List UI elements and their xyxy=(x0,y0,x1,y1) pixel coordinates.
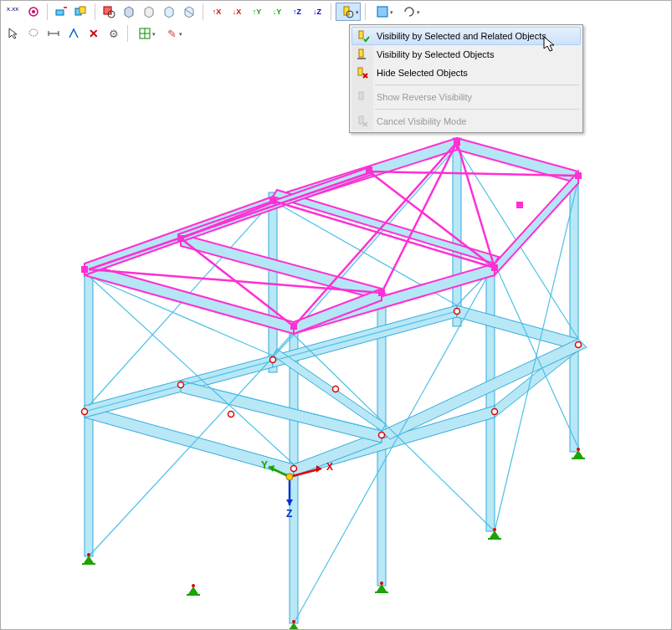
svg-rect-18 xyxy=(359,31,363,38)
supports xyxy=(82,407,585,630)
svg-rect-32 xyxy=(453,138,461,326)
svg-line-71 xyxy=(181,201,277,238)
delete-button[interactable]: ✕ xyxy=(85,24,103,43)
menu-item-cancel-visibility: Cancel Visibility Mode xyxy=(351,112,581,131)
axis-x-label: X xyxy=(326,461,333,473)
box4-button[interactable] xyxy=(180,3,198,21)
axis-neg-y-button[interactable]: ↓Y xyxy=(268,3,286,21)
menu-separator xyxy=(375,109,579,110)
svg-rect-2 xyxy=(56,10,64,15)
svg-line-47 xyxy=(89,335,294,556)
pointer-button[interactable] xyxy=(4,24,23,43)
svg-rect-20 xyxy=(357,58,366,59)
visualize-button[interactable] xyxy=(24,3,43,21)
menu-item-label: Visibility by Selected and Related Objec… xyxy=(377,31,546,41)
model-viewport[interactable]: X Y Z xyxy=(1,46,671,629)
axis-z-button[interactable]: ↑Z xyxy=(288,3,306,21)
menu-separator xyxy=(375,85,579,85)
units-xxx-button[interactable]: x.xx xyxy=(4,3,23,21)
svg-line-48 xyxy=(294,335,495,531)
svg-marker-44 xyxy=(181,381,382,443)
svg-point-1 xyxy=(32,10,35,13)
svg-rect-23 xyxy=(359,116,363,124)
svg-rect-22 xyxy=(359,92,363,100)
menu-item-label: Cancel Visibility Mode xyxy=(377,116,466,126)
separator xyxy=(331,3,331,20)
model-check-button[interactable] xyxy=(100,3,118,21)
separator xyxy=(203,3,203,20)
svg-marker-65 xyxy=(495,172,578,275)
svg-point-80 xyxy=(87,553,90,556)
microscope-check-icon xyxy=(357,30,370,44)
svg-marker-67 xyxy=(273,190,499,264)
svg-point-83 xyxy=(493,528,496,531)
svg-rect-4 xyxy=(80,7,85,13)
box2-button[interactable] xyxy=(140,3,158,21)
mirror-button[interactable] xyxy=(64,24,83,43)
microscope-rev-icon xyxy=(356,90,369,104)
svg-point-82 xyxy=(380,581,383,585)
menu-item-label: Show Reverse Visibility xyxy=(377,92,472,102)
svg-rect-21 xyxy=(358,68,362,75)
axis-neg-z-button[interactable]: ↓Z xyxy=(308,3,326,21)
svg-rect-10 xyxy=(377,7,387,17)
axis-y-label: Y xyxy=(261,459,268,471)
separator xyxy=(95,3,95,20)
pen-dropdown-button[interactable]: ✎ xyxy=(159,24,184,43)
separator xyxy=(47,3,48,20)
svg-point-92 xyxy=(286,474,293,480)
svg-marker-43 xyxy=(382,339,587,439)
svg-point-11 xyxy=(29,29,38,36)
separator xyxy=(365,3,366,20)
microscope-x-icon xyxy=(356,66,369,79)
svg-point-85 xyxy=(192,584,195,587)
svg-rect-31 xyxy=(269,192,277,372)
axis-y-button[interactable]: ↑Y xyxy=(248,3,266,21)
move-button[interactable] xyxy=(52,3,70,21)
microscope-cancel-icon xyxy=(356,115,369,128)
microscope-icon xyxy=(356,48,369,61)
visibility-dropdown-button[interactable] xyxy=(336,3,361,21)
axis-x-button[interactable]: ↑X xyxy=(208,3,226,21)
svg-point-81 xyxy=(292,620,295,623)
svg-rect-19 xyxy=(359,49,363,57)
svg-point-84 xyxy=(577,448,580,451)
svg-marker-60 xyxy=(85,264,294,334)
dimension-button[interactable] xyxy=(44,24,63,43)
copy-button[interactable] xyxy=(72,3,90,21)
grid-green-dropdown-button[interactable] xyxy=(132,24,157,43)
svg-marker-64 xyxy=(457,138,578,183)
lasso-button[interactable] xyxy=(24,24,43,43)
menu-item-hide-selected[interactable]: Hide Selected Objects xyxy=(351,64,581,82)
box1-button[interactable] xyxy=(120,3,138,21)
view-mode-dropdown-button[interactable] xyxy=(370,3,395,21)
separator xyxy=(127,25,128,42)
box3-button[interactable] xyxy=(160,3,178,21)
mouse-cursor-icon xyxy=(543,36,557,53)
settings-button[interactable]: ⚙ xyxy=(105,24,123,43)
svg-rect-5 xyxy=(104,7,111,14)
svg-rect-33 xyxy=(570,176,578,452)
menu-item-label: Hide Selected Objects xyxy=(377,68,468,78)
toolbar-row-1: x.xx ↑X ↓X ↑Y ↓Y ↑Z ↓Z xyxy=(1,1,671,23)
menu-item-label: Visibility by Selected Objects xyxy=(377,49,494,59)
rotate-dropdown-button[interactable] xyxy=(397,3,422,21)
svg-marker-40 xyxy=(457,305,578,351)
menu-item-show-reverse: Show Reverse Visibility xyxy=(351,88,581,106)
selected-upper-structure xyxy=(85,138,578,334)
axis-neg-x-button[interactable]: ↓X xyxy=(228,3,246,21)
axis-z-label: Z xyxy=(286,508,292,520)
